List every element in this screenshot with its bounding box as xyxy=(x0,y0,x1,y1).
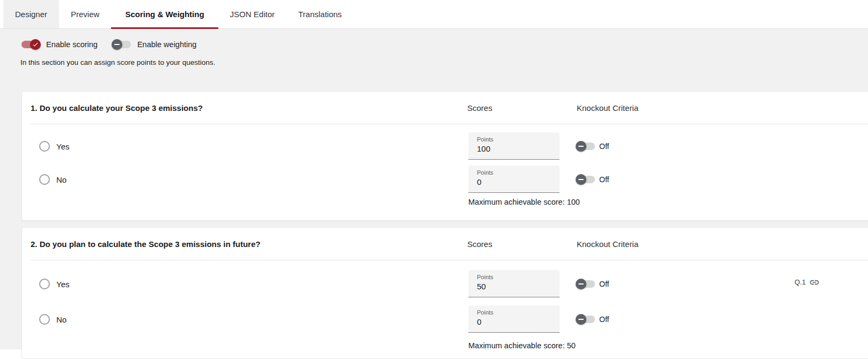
max-score-text: Maximum achievable score: 100 xyxy=(468,198,580,206)
minus-icon xyxy=(576,314,586,325)
knockout-state-label: Off xyxy=(599,142,609,151)
option-row-yes: Yes Points Off xyxy=(22,132,868,160)
points-field[interactable]: Points xyxy=(468,166,560,193)
knockout-toggle-group: Off xyxy=(576,314,609,325)
header-divider xyxy=(31,124,868,124)
tab-json-editor[interactable]: JSON Editor xyxy=(218,0,286,28)
minus-icon xyxy=(576,141,586,152)
knockout-toggle[interactable] xyxy=(576,279,596,289)
tab-scoring-weighting[interactable]: Scoring & Weighting xyxy=(111,0,218,28)
enable-weighting-label: Enable weighting xyxy=(137,40,196,49)
knockout-column-header: Knockout Criteria xyxy=(577,240,638,249)
card-header: 1. Do you calculate your Scope 3 emissio… xyxy=(22,92,868,124)
option-row-no: No Points Off xyxy=(22,166,868,193)
minus-icon xyxy=(576,279,586,289)
knockout-state-label: Off xyxy=(599,175,609,184)
knockout-column-header: Knockout Criteria xyxy=(577,103,638,113)
enable-scoring-toggle[interactable] xyxy=(20,39,41,50)
points-field[interactable]: Points xyxy=(468,270,560,297)
knockout-toggle[interactable] xyxy=(576,314,596,325)
radio-yes[interactable] xyxy=(39,279,50,289)
enable-weighting-toggle[interactable] xyxy=(112,39,132,50)
knockout-toggle[interactable] xyxy=(576,174,596,185)
knockout-toggle-group: Off xyxy=(576,279,609,289)
points-field-label: Points xyxy=(477,274,494,280)
question-title: 2. Do you plan to calculate the Scope 3 … xyxy=(31,240,260,249)
tab-translations[interactable]: Translations xyxy=(286,0,354,28)
radio-no[interactable] xyxy=(39,174,50,185)
max-score-text: Maximum achievable score: 50 xyxy=(468,341,576,350)
scoring-weighting-page: Designer Preview Scoring & Weighting JSO… xyxy=(0,0,868,359)
question-card-2: 2. Do you plan to calculate the Scope 3 … xyxy=(21,227,868,359)
scoring-controls: Enable scoring Enable weighting xyxy=(20,39,210,50)
tab-preview[interactable]: Preview xyxy=(59,0,111,28)
points-field-label: Points xyxy=(477,309,494,316)
knockout-state-label: Off xyxy=(599,315,609,324)
minus-icon xyxy=(576,174,586,185)
option-label: Yes xyxy=(56,141,69,151)
radio-no[interactable] xyxy=(39,314,50,325)
check-icon xyxy=(30,39,41,50)
link-icon xyxy=(809,277,820,288)
knockout-toggle[interactable] xyxy=(576,141,596,152)
points-field[interactable]: Points xyxy=(468,132,560,160)
option-label: No xyxy=(56,315,67,324)
scores-column-header: Scores xyxy=(467,103,492,113)
card-header: 2. Do you plan to calculate the Scope 3 … xyxy=(22,228,868,260)
points-field-label: Points xyxy=(477,136,494,143)
section-description: In this section you can assign score poi… xyxy=(20,58,215,66)
tab-designer[interactable]: Designer xyxy=(3,0,59,28)
question-title: 1. Do you calculate your Scope 3 emissio… xyxy=(31,103,203,113)
points-input[interactable] xyxy=(477,282,551,291)
option-row-no: No Points Off xyxy=(22,305,868,333)
points-input[interactable] xyxy=(477,144,551,153)
tab-bar: Designer Preview Scoring & Weighting JSO… xyxy=(0,0,868,29)
points-field[interactable]: Points xyxy=(468,305,560,333)
option-row-yes: Yes Points Off Q.1 xyxy=(22,270,868,297)
points-input[interactable] xyxy=(477,317,551,326)
linked-question-label: Q.1 xyxy=(795,278,806,286)
knockout-state-label: Off xyxy=(599,280,609,288)
option-label: No xyxy=(56,175,67,184)
question-card-1: 1. Do you calculate your Scope 3 emissio… xyxy=(21,91,868,221)
option-label: Yes xyxy=(56,279,69,288)
radio-yes[interactable] xyxy=(39,141,50,152)
enable-scoring-label: Enable scoring xyxy=(46,40,98,49)
knockout-toggle-group: Off xyxy=(576,141,609,152)
header-divider xyxy=(31,260,868,260)
minus-icon xyxy=(112,39,122,50)
scores-column-header: Scores xyxy=(467,240,492,249)
points-field-label: Points xyxy=(477,169,494,176)
linked-question-ref[interactable]: Q.1 xyxy=(795,277,820,288)
points-input[interactable] xyxy=(477,177,551,186)
knockout-toggle-group: Off xyxy=(576,174,609,185)
